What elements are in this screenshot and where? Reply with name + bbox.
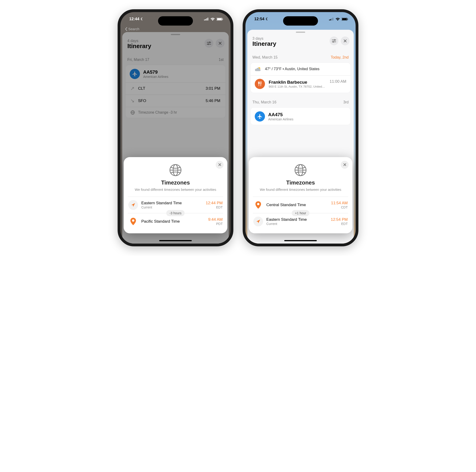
battery-icon: [342, 18, 348, 21]
airline-name: American Airlines: [143, 75, 168, 79]
day-header: Fri, March 17 1st: [122, 54, 229, 65]
day-header: Thu, March 16 3rd: [247, 97, 354, 108]
timezone-diff-badge: +1 hour: [292, 210, 309, 216]
timezones-modal: Timezones We found different timezones b…: [124, 157, 227, 233]
timezone-abbr: CDT: [331, 205, 348, 209]
svg-rect-20: [331, 18, 332, 20]
chevron-left-icon: [125, 27, 127, 31]
place-name: Franklin Barbecue: [269, 80, 326, 85]
timezones-modal: Timezones We found different timezones b…: [249, 157, 352, 233]
wifi-icon: [336, 18, 340, 21]
timezone-abbr: EDT: [331, 222, 348, 226]
timezone-name: Eastern Standard Time: [141, 201, 203, 205]
modal-close-button[interactable]: [216, 161, 224, 169]
timezone-abbr: PDT: [208, 222, 223, 226]
day-ordinal: 3rd: [343, 100, 349, 104]
flight-card[interactable]: AA579 American Airlines CLT 3:01 PM: [125, 65, 225, 118]
phone-right: 12:54 ☾ 3 days Itinerary: [243, 9, 358, 246]
screen: 12:54 ☾ 3 days Itinerary: [245, 12, 356, 244]
modal-globe-icon: [253, 164, 348, 177]
phone-left: 12:44 ☾ Search 4 days Itinerary: [118, 9, 233, 246]
screen: 12:44 ☾ Search 4 days Itinerary: [120, 12, 231, 244]
location-arrow-icon: [128, 200, 138, 210]
timezone-time: 9:44 AM: [208, 217, 223, 222]
close-sheet-button[interactable]: [341, 36, 350, 45]
place-time: 11:00 AM: [330, 79, 346, 84]
globe-icon: [131, 110, 135, 115]
svg-rect-21: [333, 18, 333, 20]
day-date: Fri, March 17: [127, 58, 149, 62]
home-indicator[interactable]: [159, 240, 192, 241]
dnd-moon-icon: ☾: [141, 17, 144, 21]
timezone-change-text: Timezone Change -3 hr: [138, 110, 177, 115]
airplane-icon: [130, 69, 140, 79]
sheet-grabber[interactable]: [296, 32, 305, 33]
status-right-icons: [204, 18, 223, 21]
svg-rect-1: [205, 19, 206, 20]
dynamic-island: [283, 16, 318, 26]
weather-text: 47° / 73°F • Austin, United States: [265, 67, 320, 71]
svg-rect-5: [217, 18, 222, 20]
svg-point-33: [257, 203, 259, 205]
status-right-icons: [329, 18, 348, 21]
home-indicator[interactable]: [284, 240, 317, 241]
modal-globe-icon: [128, 164, 223, 177]
close-sheet-button[interactable]: [216, 39, 224, 48]
weather-row[interactable]: 47° / 73°F • Austin, United States: [251, 63, 351, 75]
battery-icon: [217, 18, 223, 21]
departure-code: CLT: [138, 86, 145, 91]
map-pin-icon: [253, 200, 263, 210]
arrival-time: 5:46 PM: [206, 99, 220, 103]
modal-close-button[interactable]: [341, 161, 349, 169]
location-arrow-icon: [253, 217, 263, 226]
flight-card[interactable]: AA475 American Airlines: [251, 108, 351, 125]
timezone-name: Eastern Standard Time: [266, 217, 327, 222]
day-card: 47° / 73°F • Austin, United States Frank…: [251, 63, 351, 93]
place-row[interactable]: Franklin Barbecue 900 E 11th St, Austin,…: [251, 75, 351, 93]
modal-title: Timezones: [253, 179, 348, 186]
map-pin-icon: [128, 217, 138, 226]
sliders-icon: [332, 39, 336, 43]
dnd-moon-icon: ☾: [266, 17, 269, 21]
modal-description: We found different timezones between you…: [256, 187, 344, 192]
filter-button[interactable]: [204, 39, 213, 48]
timezone-name: Central Standard Time: [266, 203, 328, 207]
sheet-title: Itinerary: [252, 40, 276, 47]
arrival-arrow-icon: [131, 99, 134, 103]
departure-row: CLT 3:01 PM: [125, 82, 225, 95]
svg-rect-6: [222, 18, 223, 20]
svg-rect-19: [330, 19, 331, 20]
sheet-header: 4 days Itinerary: [122, 38, 229, 54]
day-date: Thu, March 16: [252, 100, 276, 104]
day-header: Wed, March 15 Today, 2nd: [247, 51, 354, 63]
timezone-current-label: Current: [266, 222, 327, 226]
svg-point-17: [132, 219, 134, 222]
close-icon: [219, 42, 222, 45]
filter-button[interactable]: [330, 36, 339, 45]
day-date: Wed, March 15: [252, 55, 277, 60]
timezone-current-label: Current: [141, 205, 203, 209]
wifi-icon: [211, 18, 215, 21]
svg-point-10: [208, 44, 209, 45]
timezone-item[interactable]: -3 hours Pacific Standard Time 9:44 AM P…: [128, 213, 223, 230]
back-link[interactable]: Search: [125, 27, 139, 31]
flight-number: AA475: [268, 112, 293, 117]
sheet-grabber[interactable]: [171, 34, 180, 35]
modal-title: Timezones: [128, 179, 223, 186]
status-time: 12:44: [129, 17, 139, 21]
sliders-icon: [207, 42, 211, 45]
close-icon: [218, 163, 221, 166]
weather-icon: [255, 67, 261, 72]
sheet-title: Itinerary: [127, 43, 151, 50]
timezone-item[interactable]: +1 hour Eastern Standard Time Current 12…: [253, 213, 348, 230]
timezone-time: 12:44 PM: [206, 201, 223, 205]
dynamic-island: [158, 16, 193, 26]
close-icon: [343, 163, 346, 166]
svg-rect-0: [204, 19, 205, 20]
status-time: 12:54: [254, 17, 264, 21]
departure-arrow-icon: [131, 87, 134, 90]
arrival-code: SFO: [138, 99, 146, 103]
svg-rect-3: [207, 18, 208, 20]
timezone-diff-badge: -3 hours: [166, 210, 185, 216]
timezone-name: Pacific Standard Time: [141, 219, 205, 224]
